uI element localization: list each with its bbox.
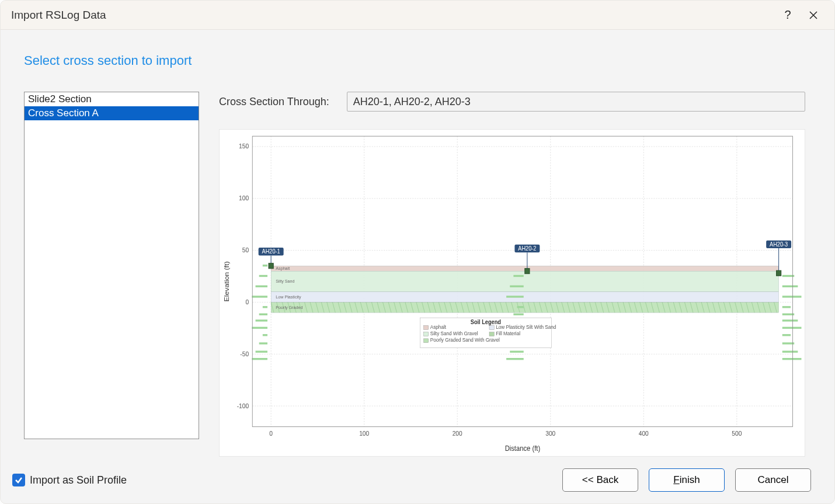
svg-rect-28 (271, 292, 778, 303)
finish-button-label: Finish (673, 474, 700, 486)
dialog-footer: Import as Soil Profile << Back Finish Ca… (1, 463, 834, 503)
svg-rect-165 (782, 319, 798, 321)
cross-section-through-field: AH20-1, AH20-2, AH20-3 (347, 92, 805, 112)
svg-text:500: 500 (732, 430, 742, 437)
back-button[interactable]: << Back (562, 468, 638, 492)
svg-rect-173 (424, 326, 429, 330)
cancel-button[interactable]: Cancel (735, 468, 811, 492)
svg-rect-166 (782, 327, 802, 329)
checkbox-icon (12, 474, 25, 486)
close-icon (809, 11, 817, 19)
content-row: Slide2 Section Cross Section A Cross Sec… (24, 92, 805, 457)
svg-rect-130 (259, 314, 267, 315)
svg-rect-144 (525, 269, 530, 274)
svg-rect-154 (510, 351, 524, 353)
close-button[interactable] (803, 5, 824, 26)
svg-text:Asphalt: Asphalt (276, 266, 290, 271)
svg-rect-155 (506, 358, 524, 360)
svg-rect-126 (259, 275, 267, 277)
svg-text:Poorly Graded: Poorly Graded (276, 304, 302, 310)
svg-text:150: 150 (239, 142, 249, 150)
svg-rect-131 (256, 319, 267, 321)
svg-rect-163 (782, 306, 791, 308)
svg-rect-132 (252, 327, 267, 329)
svg-rect-162 (782, 296, 802, 297)
svg-text:Elevation (ft): Elevation (ft) (223, 261, 230, 301)
svg-rect-127 (256, 286, 267, 287)
import-rslog-dialog: Import RSLog Data ? Select cross section… (0, 0, 835, 504)
svg-rect-160 (782, 275, 794, 277)
svg-rect-135 (256, 351, 267, 353)
svg-text:Poorly Graded Sand With Gravel: Poorly Graded Sand With Gravel (430, 337, 500, 343)
cross-section-through-label: Cross Section Through: (219, 96, 329, 108)
cross-section-listbox[interactable]: Slide2 Section Cross Section A (24, 92, 199, 439)
svg-text:0: 0 (269, 430, 273, 437)
svg-text:Low Plasticity Silt With Sand: Low Plasticity Silt With Sand (496, 324, 556, 330)
svg-text:Silty Sand: Silty Sand (276, 279, 294, 284)
help-button[interactable]: ? (777, 5, 798, 26)
svg-rect-159 (777, 270, 781, 276)
cross-section-through-value: AH20-1, AH20-2, AH20-3 (353, 96, 471, 108)
cross-section-chart: -100-500501001500100200300400500Distance… (219, 129, 805, 457)
svg-text:0: 0 (245, 298, 249, 305)
cross-section-svg: -100-500501001500100200300400500Distance… (220, 130, 805, 456)
svg-rect-27 (271, 271, 778, 292)
svg-rect-181 (489, 332, 494, 336)
svg-text:200: 200 (453, 430, 462, 437)
list-item[interactable]: Cross Section A (25, 106, 199, 120)
svg-text:100: 100 (239, 194, 249, 202)
svg-text:50: 50 (242, 246, 249, 254)
cross-section-through-row: Cross Section Through: AH20-1, AH20-2, A… (219, 92, 805, 112)
svg-text:100: 100 (359, 430, 369, 437)
list-header[interactable]: Slide2 Section (25, 92, 199, 106)
svg-text:AH20-1: AH20-1 (262, 248, 280, 255)
svg-rect-129 (263, 306, 267, 308)
svg-text:Distance (ft): Distance (ft) (505, 444, 541, 453)
svg-text:400: 400 (639, 430, 649, 437)
svg-rect-175 (424, 332, 429, 336)
svg-rect-161 (782, 286, 798, 287)
svg-rect-146 (510, 286, 524, 287)
titlebar: Import RSLog Data ? (1, 1, 834, 30)
help-icon: ? (784, 8, 791, 22)
svg-rect-148 (517, 306, 523, 308)
svg-text:Fill Material: Fill Material (496, 331, 520, 336)
svg-rect-124 (269, 263, 273, 269)
svg-text:Asphalt: Asphalt (430, 324, 447, 330)
svg-rect-177 (424, 339, 429, 343)
svg-rect-136 (252, 358, 267, 360)
svg-rect-125 (263, 265, 267, 266)
import-as-soil-profile-checkbox[interactable]: Import as Soil Profile (12, 474, 127, 486)
svg-rect-133 (263, 334, 267, 336)
svg-rect-128 (252, 296, 267, 297)
back-button-label: << Back (582, 474, 618, 486)
svg-text:-50: -50 (240, 350, 249, 357)
svg-rect-164 (782, 314, 794, 315)
svg-rect-147 (506, 296, 524, 297)
svg-rect-145 (513, 275, 523, 277)
finish-button[interactable]: Finish (649, 468, 725, 492)
dialog-body: Select cross section to import Slide2 Se… (1, 30, 834, 463)
preview-column: Cross Section Through: AH20-1, AH20-2, A… (219, 92, 805, 457)
svg-text:AH20-3: AH20-3 (770, 241, 788, 247)
svg-text:AH20-2: AH20-2 (518, 245, 536, 251)
svg-rect-134 (259, 342, 267, 344)
svg-rect-169 (782, 351, 798, 353)
window-title: Import RSLog Data (11, 9, 773, 22)
cancel-button-label: Cancel (758, 474, 789, 486)
page-heading: Select cross section to import (24, 53, 805, 68)
svg-rect-168 (782, 342, 794, 344)
import-as-soil-profile-label: Import as Soil Profile (30, 474, 127, 486)
svg-text:300: 300 (545, 430, 555, 437)
svg-text:Low Plasticity: Low Plasticity (276, 294, 301, 300)
svg-rect-170 (782, 358, 802, 360)
svg-rect-149 (513, 314, 523, 315)
svg-text:Silty Sand With Gravel: Silty Sand With Gravel (430, 331, 478, 336)
svg-rect-167 (782, 334, 791, 336)
svg-rect-179 (489, 326, 494, 330)
svg-text:-100: -100 (237, 402, 249, 409)
